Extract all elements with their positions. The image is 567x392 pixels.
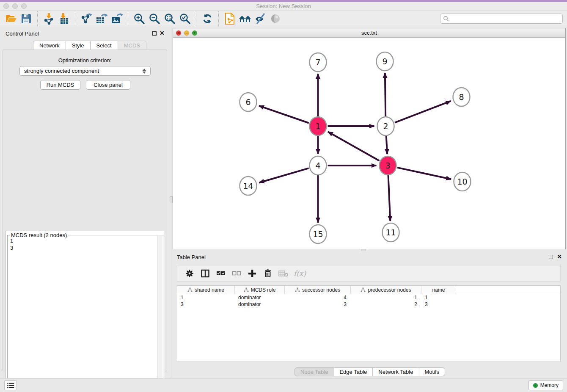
table-row[interactable]: 1 dominator 4 1 1 <box>177 294 560 301</box>
zoom-selected-icon[interactable] <box>177 11 193 26</box>
splitter-grip[interactable] <box>170 196 173 203</box>
vertical-splitter[interactable] <box>170 27 173 378</box>
edge-3-11[interactable] <box>388 175 391 221</box>
search-input[interactable] <box>449 16 560 22</box>
hide-selected-icon[interactable] <box>253 11 268 26</box>
deselect-all-icon[interactable] <box>228 267 244 280</box>
edge-3-10[interactable] <box>397 168 451 179</box>
window-titlebar[interactable]: Session: New Session <box>0 2 567 11</box>
memory-button[interactable]: Memory <box>528 380 563 390</box>
tab-style[interactable]: Style <box>66 41 91 50</box>
edge-4-14[interactable] <box>259 168 308 182</box>
save-session-icon[interactable] <box>19 11 34 26</box>
criterion-dropdown[interactable]: strongly connected component <box>19 66 151 76</box>
column-header-predecessor-nodes[interactable]: predecessor nodes <box>351 286 421 294</box>
close-panel-icon[interactable]: ✕ <box>160 30 165 36</box>
svg-text:1: 1 <box>315 121 320 131</box>
zoom-fit-icon[interactable] <box>162 11 177 26</box>
table-row[interactable]: 3 dominator 3 2 3 <box>177 301 560 308</box>
open-file-icon[interactable] <box>3 11 19 26</box>
graph-node-6[interactable]: 6 <box>240 93 257 111</box>
cell-name[interactable]: 1 <box>421 294 456 301</box>
tab-node-table[interactable]: Node Table <box>295 367 334 376</box>
zoom-in-icon[interactable] <box>132 11 147 26</box>
graph-node-10[interactable]: 10 <box>454 172 471 191</box>
delete-entry-icon[interactable] <box>260 267 275 280</box>
svg-text:9: 9 <box>382 57 387 66</box>
cell-successor-nodes[interactable]: 4 <box>285 294 351 301</box>
graph-node-2[interactable]: 2 <box>377 117 394 135</box>
export-table-icon[interactable] <box>94 11 109 26</box>
result-scrollbar[interactable] <box>157 236 162 388</box>
export-network-icon[interactable] <box>79 11 94 26</box>
tab-mcds[interactable]: MCDS <box>118 41 146 50</box>
graph-node-8[interactable]: 8 <box>453 88 470 106</box>
delete-table-icon[interactable] <box>275 267 291 280</box>
close-panel-button[interactable]: Close panel <box>86 80 130 90</box>
tab-network-table[interactable]: Network Table <box>373 367 419 376</box>
select-all-icon[interactable] <box>213 267 228 280</box>
control-panel-title: Control Panel <box>6 30 39 37</box>
cell-predecessor-nodes[interactable]: 2 <box>351 301 421 308</box>
graph-node-11[interactable]: 11 <box>383 223 399 242</box>
column-header-mcds-role[interactable]: MCDS role <box>235 286 285 294</box>
tree-icon <box>244 287 249 293</box>
tab-motifs[interactable]: Motifs <box>419 367 445 376</box>
cell-shared-name[interactable]: 3 <box>177 301 235 308</box>
column-header-successor-nodes[interactable]: successor nodes <box>285 286 351 294</box>
export-image-icon[interactable] <box>109 11 124 26</box>
tab-select[interactable]: Select <box>91 41 118 50</box>
cell-predecessor-nodes[interactable]: 1 <box>351 294 421 301</box>
cell-mcds-role[interactable]: dominator <box>235 301 285 308</box>
close-table-panel-icon[interactable]: ✕ <box>557 253 562 260</box>
zoom-out-icon[interactable] <box>147 11 162 26</box>
graph-node-1[interactable]: 1 <box>310 117 327 135</box>
function-builder-icon[interactable]: f(x) <box>291 267 307 280</box>
cell-mcds-role[interactable]: dominator <box>235 294 285 301</box>
svg-text:15: 15 <box>313 229 323 239</box>
graph-node-15[interactable]: 15 <box>310 225 327 243</box>
column-header-name[interactable]: name <box>421 286 456 294</box>
application-window: Session: New Session <box>0 0 567 392</box>
add-entry-icon[interactable] <box>244 267 260 280</box>
run-mcds-button[interactable]: Run MCDS <box>40 80 80 90</box>
criterion-value: strongly connected component <box>24 68 99 74</box>
first-neighbors-icon[interactable] <box>237 11 253 26</box>
float-table-panel-icon[interactable] <box>549 255 553 259</box>
edge-2-9[interactable] <box>385 73 385 116</box>
task-history-button[interactable] <box>4 380 17 390</box>
graph-node-14[interactable]: 14 <box>240 177 257 195</box>
network-window-titlebar[interactable]: ✕ − + scc.txt <box>173 28 565 38</box>
edge-2-3[interactable] <box>386 136 387 154</box>
main-toolbar <box>0 11 567 27</box>
column-header-shared-name[interactable]: shared name <box>177 286 235 294</box>
cell-name[interactable]: 3 <box>421 301 456 308</box>
search-field[interactable] <box>440 14 563 24</box>
show-all-icon[interactable] <box>268 11 283 26</box>
graph-node-9[interactable]: 9 <box>377 52 394 71</box>
edge-3-1[interactable] <box>328 132 379 160</box>
tab-edge-table[interactable]: Edge Table <box>334 367 373 376</box>
network-canvas-area[interactable]: 7968124314101511 <box>173 38 565 249</box>
node-table[interactable]: shared name MCDS role successor nodes pr… <box>177 285 561 362</box>
network-canvas: 7968124314101511 <box>173 38 565 249</box>
copy-network-icon[interactable] <box>222 11 237 26</box>
toggle-columns-icon[interactable] <box>197 267 213 280</box>
table-settings-icon[interactable] <box>182 267 197 280</box>
apply-layout-icon[interactable] <box>200 11 215 26</box>
optimization-criterion-label: Optimization criterion: <box>3 57 167 63</box>
graph-node-7[interactable]: 7 <box>310 53 327 72</box>
mcds-result-list[interactable]: 1 3 <box>8 237 157 251</box>
edge-2-8[interactable] <box>395 101 451 123</box>
graph-node-4[interactable]: 4 <box>310 156 327 175</box>
cell-shared-name[interactable]: 1 <box>177 294 235 301</box>
import-table-icon[interactable] <box>56 11 72 26</box>
float-panel-icon[interactable] <box>152 31 157 36</box>
graph-node-3[interactable]: 3 <box>380 156 396 175</box>
edge-1-6[interactable] <box>259 106 309 123</box>
tab-network[interactable]: Network <box>33 41 66 50</box>
cell-successor-nodes[interactable]: 3 <box>285 301 351 308</box>
network-window-title: scc.txt <box>173 30 565 36</box>
toolbar-separator <box>218 11 219 26</box>
import-network-icon[interactable] <box>41 11 56 26</box>
